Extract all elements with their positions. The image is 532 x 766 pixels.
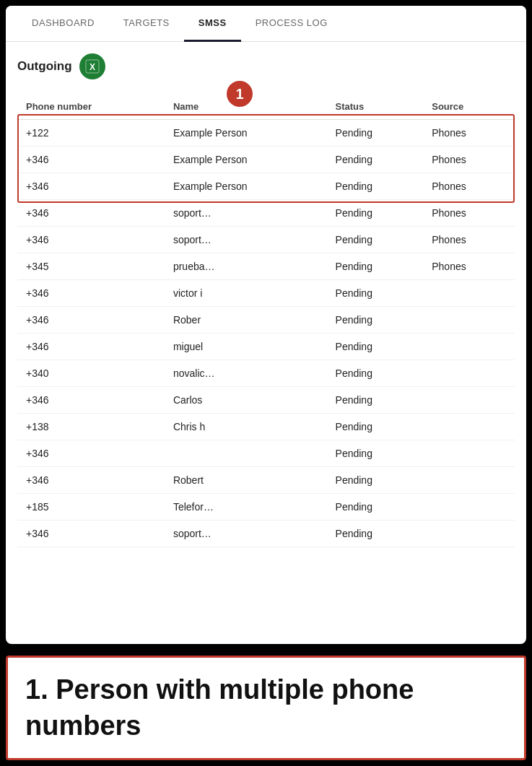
cell-phone: +346	[17, 280, 165, 307]
cell-status: Pending	[327, 280, 424, 307]
cell-name: Example Person	[165, 147, 327, 173]
cell-status: Pending	[327, 147, 424, 173]
cell-source: Phones	[423, 173, 515, 200]
cell-source	[423, 387, 515, 414]
cell-phone: +346	[17, 147, 165, 173]
cell-name: soport…	[165, 521, 327, 547]
table-row[interactable]: +346soport…PendingPhones	[17, 227, 515, 253]
table-row[interactable]: +122Example PersonPendingPhones	[17, 120, 515, 147]
cell-source	[423, 440, 515, 467]
table-row[interactable]: +346Example PersonPendingPhones	[17, 173, 515, 200]
cell-source	[423, 307, 515, 334]
cell-phone: +346	[17, 307, 165, 334]
cell-name: miguel	[165, 334, 327, 360]
table-row[interactable]: +346soport…Pending	[17, 521, 515, 547]
cell-status: Pending	[327, 467, 424, 494]
tab-targets[interactable]: TARGETS	[109, 6, 184, 42]
cell-name: Carlos	[165, 387, 327, 414]
table-row[interactable]: +346Example PersonPendingPhones	[17, 147, 515, 173]
cell-phone: +346	[17, 200, 165, 227]
col-phone: Phone number	[17, 94, 165, 120]
cell-status: Pending	[327, 360, 424, 387]
smss-table: Phone number Name Status Source +122Exam…	[17, 94, 515, 547]
cell-status: Pending	[327, 120, 424, 147]
cell-source	[423, 494, 515, 521]
cell-status: Pending	[327, 414, 424, 440]
cell-status: Pending	[327, 494, 424, 521]
cell-phone: +122	[17, 120, 165, 147]
cell-phone: +138	[17, 414, 165, 440]
cell-status: Pending	[327, 334, 424, 360]
cell-source	[423, 360, 515, 387]
section-header: Outgoing X	[17, 53, 515, 79]
tab-dashboard[interactable]: DASHBOARD	[17, 6, 109, 42]
table-row[interactable]: +346victor iPending	[17, 280, 515, 307]
cell-name: prueba…	[165, 253, 327, 280]
cell-name: Rober	[165, 307, 327, 334]
cell-phone: +345	[17, 253, 165, 280]
table-row[interactable]: +346soport…PendingPhones	[17, 200, 515, 227]
svg-text:X: X	[90, 62, 95, 72]
cell-status: Pending	[327, 440, 424, 467]
cell-status: Pending	[327, 227, 424, 253]
cell-phone: +346	[17, 334, 165, 360]
cell-name: soport…	[165, 200, 327, 227]
cell-source	[423, 521, 515, 547]
cell-name: Telefor…	[165, 494, 327, 521]
annotation-content: Person with multiple phone numbers	[25, 674, 414, 740]
content-area: Outgoing X 1 Phone number Name Status	[6, 42, 526, 644]
cell-phone: +346	[17, 387, 165, 414]
cell-name	[165, 440, 327, 467]
section-title: Outgoing	[17, 59, 72, 74]
table-row[interactable]: +345prueba…PendingPhones	[17, 253, 515, 280]
nav-tabs: DASHBOARD TARGETS SMSS PROCESS LOG	[6, 6, 526, 42]
table-row[interactable]: +346RobertPending	[17, 467, 515, 494]
cell-name: Robert	[165, 467, 327, 494]
cell-name: Chris h	[165, 414, 327, 440]
table-row[interactable]: +185Telefor…Pending	[17, 494, 515, 521]
table-row[interactable]: +340novalic…Pending	[17, 360, 515, 387]
col-source: Source	[423, 94, 515, 120]
cell-phone: +346	[17, 227, 165, 253]
cell-name: victor i	[165, 280, 327, 307]
cell-phone: +346	[17, 173, 165, 200]
cell-phone: +340	[17, 360, 165, 387]
tab-smss[interactable]: SMSS	[184, 6, 241, 42]
annotation-number: 1.	[25, 674, 48, 705]
cell-status: Pending	[327, 253, 424, 280]
cell-name: soport…	[165, 227, 327, 253]
cell-phone: +346	[17, 440, 165, 467]
cell-phone: +346	[17, 521, 165, 547]
table-relative: 1 Phone number Name Status Source +122Ex…	[17, 94, 515, 547]
cell-source: Phones	[423, 227, 515, 253]
table-row[interactable]: +346miguelPending	[17, 334, 515, 360]
excel-icon[interactable]: X	[79, 53, 105, 79]
cell-status: Pending	[327, 387, 424, 414]
tab-processlog[interactable]: PROCESS LOG	[241, 6, 342, 42]
cell-name: Example Person	[165, 173, 327, 200]
col-status: Status	[327, 94, 424, 120]
cell-phone: +185	[17, 494, 165, 521]
cell-source: Phones	[423, 147, 515, 173]
badge-number: 1	[227, 81, 253, 107]
table-row[interactable]: +138Chris hPending	[17, 414, 515, 440]
main-container: DASHBOARD TARGETS SMSS PROCESS LOG Outgo…	[6, 6, 526, 644]
cell-status: Pending	[327, 521, 424, 547]
cell-source	[423, 467, 515, 494]
cell-status: Pending	[327, 200, 424, 227]
annotation-box: 1. Person with multiple phone numbers	[6, 656, 526, 760]
cell-source	[423, 414, 515, 440]
cell-source: Phones	[423, 120, 515, 147]
table-row[interactable]: +346RoberPending	[17, 307, 515, 334]
cell-phone: +346	[17, 467, 165, 494]
cell-source	[423, 334, 515, 360]
cell-status: Pending	[327, 173, 424, 200]
annotation-text: 1. Person with multiple phone numbers	[25, 672, 507, 744]
cell-status: Pending	[327, 307, 424, 334]
table-row[interactable]: +346CarlosPending	[17, 387, 515, 414]
cell-source	[423, 280, 515, 307]
cell-source: Phones	[423, 200, 515, 227]
cell-name: Example Person	[165, 120, 327, 147]
table-row[interactable]: +346Pending	[17, 440, 515, 467]
table-header-row: Phone number Name Status Source	[17, 94, 515, 120]
